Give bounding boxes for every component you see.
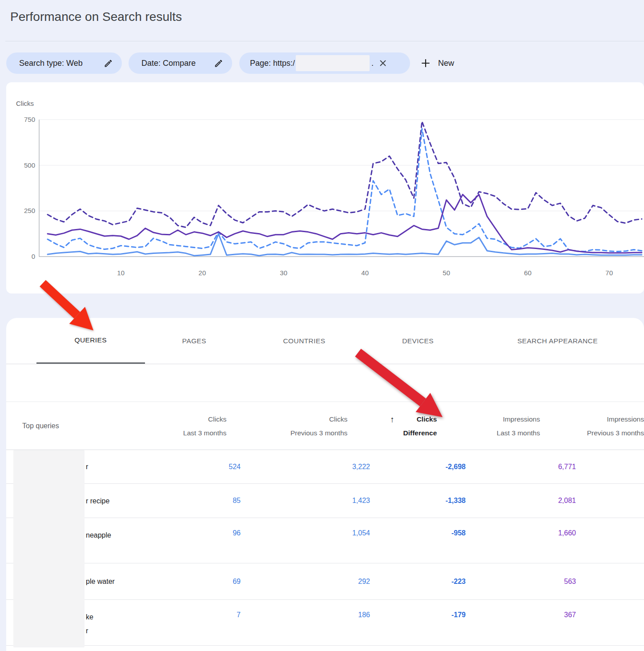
difference-value: -2,698 [370, 462, 466, 472]
svg-text:40: 40 [361, 269, 369, 277]
impressions-value: 1,660 [466, 518, 576, 538]
edit-pencil-icon[interactable] [104, 59, 113, 68]
redaction-overlay [296, 55, 370, 71]
column-header-clicks-difference[interactable]: ↑ClicksDifference [347, 402, 437, 450]
difference-value: -958 [370, 518, 466, 538]
page-chip-suffix: . [371, 59, 374, 68]
clicks-prev-value: 1,054 [241, 518, 370, 538]
column-header-clicks-previous-3-months[interactable]: ClicksPrevious 3 months [226, 402, 347, 450]
column-header-impressions-previous-3-months[interactable]: ImpressionsPrevious 3 months [540, 402, 644, 450]
column-header-clicks-last-3-months[interactable]: ClicksLast 3 months [130, 402, 226, 450]
svg-text:10: 10 [117, 269, 125, 277]
plus-icon [420, 57, 431, 69]
new-filter-button[interactable]: New [420, 52, 454, 74]
impressions-value: 367 [466, 600, 576, 620]
tab-devices[interactable]: DEVICES [365, 318, 471, 364]
table-row[interactable]: r recipe851,423-1,3382,081 [6, 484, 644, 518]
svg-text:30: 30 [280, 269, 287, 277]
series-Impressions - previous 3 months [48, 121, 642, 227]
table-header-row: Top queries ClicksLast 3 monthsClicksPre… [6, 402, 644, 450]
clicks-prev-value: 292 [241, 577, 370, 587]
clicks-last-value: 96 [138, 518, 241, 538]
table-row[interactable]: r5243,222-2,6986,771 [6, 450, 644, 484]
column-header-impressions-last-3-months[interactable]: ImpressionsLast 3 months [437, 402, 540, 450]
header-divider [5, 41, 644, 41]
results-table-card: QUERIESPAGESCOUNTRIESDEVICESSEARCH APPEA… [6, 318, 644, 651]
clicks-last-value: 85 [138, 496, 241, 506]
tab-queries[interactable]: QUERIES [36, 318, 145, 364]
impressions-value: 563 [466, 577, 576, 587]
svg-text:500: 500 [24, 161, 35, 169]
svg-text:20: 20 [198, 269, 206, 277]
difference-value: -1,338 [370, 496, 466, 506]
edit-pencil-icon[interactable] [214, 59, 223, 68]
svg-text:70: 70 [605, 269, 613, 277]
tab-search-appearance[interactable]: SEARCH APPEARANCE [471, 318, 644, 364]
difference-value: -179 [370, 600, 466, 620]
tab-countries[interactable]: COUNTRIES [244, 318, 365, 364]
table-row[interactable]: neapple961,054-9581,660 [6, 518, 644, 563]
table-row[interactable]: ple water69292-223563 [6, 563, 644, 600]
clicks-prev-value: 1,423 [241, 496, 370, 506]
tab-pages[interactable]: PAGES [145, 318, 244, 364]
clicks-prev-value: 3,222 [241, 462, 370, 472]
svg-text:250: 250 [24, 207, 35, 214]
close-icon[interactable] [378, 58, 388, 68]
clicks-last-value: 7 [138, 600, 241, 620]
redaction-overlay [13, 450, 85, 647]
date-compare-chip[interactable]: Date: Compare [129, 52, 232, 74]
date-chip-label: Date: Compare [141, 59, 196, 68]
tabs-row: QUERIESPAGESCOUNTRIESDEVICESSEARCH APPEA… [6, 318, 644, 364]
page-filter-chip[interactable]: Page: https:/ . [239, 52, 410, 74]
table-toolbar-band [6, 364, 644, 402]
search-type-chip[interactable]: Search type: Web [6, 52, 122, 74]
impressions-value: 6,771 [466, 462, 576, 472]
svg-text:750: 750 [24, 116, 35, 123]
page-chip-label: Page: https:/ [250, 59, 295, 68]
svg-text:Clicks: Clicks [16, 100, 34, 107]
search-type-chip-label: Search type: Web [19, 59, 83, 68]
clicks-prev-value: 186 [241, 600, 370, 620]
clicks-last-value: 69 [138, 577, 241, 587]
table-row[interactable]: ker7186-179367 [6, 600, 644, 646]
performance-line-chart: Clicks025050075010203040506070 [6, 82, 644, 293]
svg-text:50: 50 [443, 269, 450, 277]
column-header-top-queries[interactable]: Top queries [6, 402, 130, 450]
svg-text:60: 60 [524, 269, 531, 277]
new-button-label: New [438, 59, 454, 68]
difference-value: -223 [370, 577, 466, 587]
impressions-value: 2,081 [466, 496, 576, 506]
performance-chart-card: Clicks025050075010203040506070 [6, 82, 644, 293]
sort-ascending-icon: ↑ [390, 413, 394, 426]
svg-text:0: 0 [32, 253, 35, 260]
page-title: Performance on Search results [10, 10, 182, 24]
clicks-last-value: 524 [138, 462, 241, 472]
performance-page: Performance on Search results Search typ… [0, 0, 644, 651]
